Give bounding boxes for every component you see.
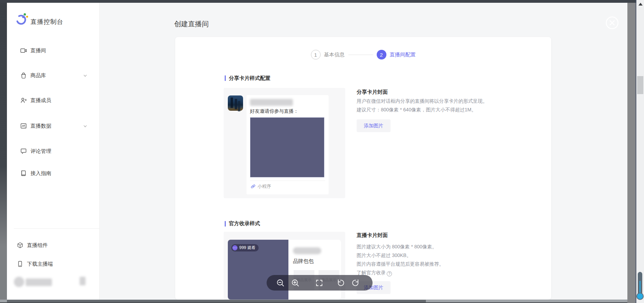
step-label: 直播间配置: [390, 52, 416, 58]
sidebar-item-live-room[interactable]: 直播间: [7, 46, 100, 56]
sidebar-item-label: 评论管理: [30, 148, 51, 155]
chevron-down-icon: [82, 123, 88, 129]
live-cover-desc-3: 图片内容遵循平台规范后更容易被推荐。: [357, 261, 444, 267]
chat-card-divider: [250, 181, 325, 181]
close-icon[interactable]: [605, 16, 619, 30]
sidebar-item-live-members[interactable]: 直播成员: [7, 96, 100, 105]
vertical-scrollbar-thumb[interactable]: [637, 76, 643, 94]
share-card-section-heading: 分享卡片样式配置: [229, 75, 270, 82]
viewer-count-text: 999 观看: [239, 245, 256, 251]
help-icon[interactable]: ?: [387, 271, 392, 276]
sidebar-item-live-components[interactable]: 直播组件: [7, 241, 100, 250]
sender-avatar-image: [228, 95, 243, 111]
screen: 直播控制台 直播间 商品库 直播成员: [0, 0, 644, 303]
step-connector: [348, 55, 373, 55]
sidebar-item-integration-guide[interactable]: 接入指南: [7, 169, 100, 178]
phone-icon: [17, 260, 24, 267]
share-cover-desc-1: 用户在微信对话框内分享的直播间将以分享卡片的形式呈现。: [357, 98, 488, 104]
sidebar-item-label: 下载主播端: [27, 261, 53, 267]
section-accent-bar: [225, 221, 226, 227]
step-room-config: 2 直播间配置: [377, 50, 416, 59]
sidebar-divider: [14, 228, 100, 229]
window-frame-left: [0, 3, 7, 300]
step-indicator: 1 基本信息 2 直播间配置: [175, 50, 551, 59]
sidebar-item-label: 商品库: [30, 72, 46, 79]
fullscreen-icon[interactable]: [315, 278, 324, 287]
share-cover-title: 分享卡片封面: [357, 89, 388, 95]
comment-icon: [20, 148, 27, 155]
share-cover-desc-2: 建议尺寸：800像素 * 640像素，图片大小不得超过1M。: [357, 107, 476, 113]
rotate-right-icon[interactable]: [351, 278, 360, 287]
user-avatar[interactable]: [14, 277, 24, 287]
share-cover-placeholder: [250, 117, 324, 177]
app-logo-icon: [15, 12, 29, 27]
add-share-image-button[interactable]: 添加图片: [357, 119, 391, 132]
app-title: 直播控制台: [30, 18, 63, 26]
official-section-heading: 官方收录样式: [229, 220, 260, 227]
mini-program-label: 小程序: [258, 183, 271, 190]
sidebar-item-download-host-app[interactable]: 下载主播端: [7, 259, 100, 269]
step-number: 1: [311, 50, 321, 59]
members-icon: [20, 97, 27, 104]
sidebar-item-label: 直播组件: [27, 242, 48, 249]
share-chat-card: 好友邀请你参与直播： 小程序: [247, 95, 329, 194]
sidebar-item-label: 直播间: [30, 47, 46, 54]
step-basic-info: 1 基本信息: [311, 50, 345, 59]
remote-cursor-bulb: [636, 293, 644, 300]
step-label: 基本信息: [324, 52, 345, 58]
window-frame-top: [0, 0, 636, 3]
sidebar-item-live-data[interactable]: 直播数据: [7, 121, 100, 131]
invite-text: 好友邀请你参与直播：: [250, 108, 298, 114]
link-icon: [251, 184, 256, 189]
horizontal-scrollbar-thumb[interactable]: [7, 300, 426, 302]
product-name: 品牌包包: [293, 258, 314, 265]
live-status-icon: ···: [232, 245, 238, 250]
vertical-scrollbar-track[interactable]: [636, 0, 644, 303]
scrollbar-up-arrow-icon[interactable]: [638, 3, 643, 6]
live-card-detail: 品牌包包 商品展示 商品展示: [288, 240, 341, 300]
image-toolbar: [267, 275, 373, 291]
user-extra-redacted: [80, 277, 86, 285]
shopping-bag-icon: [20, 72, 27, 79]
zoom-out-icon[interactable]: [276, 278, 285, 287]
live-cover-desc-1: 图片建议大小为 800像素 * 800像素。: [357, 244, 437, 250]
sidebar-item-label: 接入指南: [30, 170, 51, 177]
sidebar-item-comment-management[interactable]: 评论管理: [7, 147, 100, 156]
zoom-in-icon[interactable]: [291, 278, 300, 287]
live-cover-title: 直播卡片封面: [357, 232, 388, 239]
guide-icon: [20, 170, 27, 177]
sidebar: 直播控制台 直播间 商品库 直播成员: [7, 3, 100, 300]
sidebar-item-label: 直播数据: [30, 123, 51, 129]
learn-more-link[interactable]: 了解官方收录: [357, 270, 386, 275]
mini-program-footer: 小程序: [251, 183, 271, 190]
sidebar-item-product-library[interactable]: 商品库: [7, 71, 100, 81]
share-card-preview-panel: 好友邀请你参与直播： 小程序: [224, 88, 345, 198]
live-title-redacted: [293, 247, 321, 254]
viewer-count-badge: ··· 999 观看: [231, 244, 259, 251]
sender-name-redacted: [250, 99, 293, 106]
user-name-redacted: [26, 278, 52, 286]
video-camera-icon: [20, 47, 27, 54]
sidebar-item-label: 直播成员: [30, 97, 51, 104]
section-accent-bar: [225, 75, 226, 81]
live-cover-placeholder: ··· 999 观看: [228, 240, 288, 300]
step-number: 2: [377, 50, 386, 59]
cube-icon: [17, 242, 24, 249]
rotate-left-icon[interactable]: [336, 278, 345, 287]
page-title: 创建直播间: [174, 19, 209, 29]
live-cover-desc-2: 图片大小不超过 300KB。: [357, 252, 411, 259]
chart-icon: [20, 122, 27, 129]
chevron-down-icon: [82, 73, 88, 79]
page-viewport: 直播控制台 直播间 商品库 直播成员: [7, 3, 627, 300]
